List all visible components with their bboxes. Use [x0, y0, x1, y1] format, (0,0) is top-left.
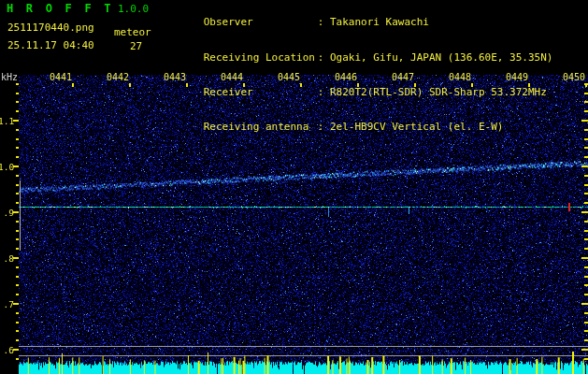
info-value: 2el-HB9CV Vertical (el. E-W) [330, 121, 503, 133]
freq-tick-label: .7 [0, 299, 14, 309]
time-tick-label: 0447 [390, 72, 414, 82]
info-value: Ogaki, Gifu, JAPAN (136.60E, 35.35N) [330, 51, 552, 64]
time-tick-label: 0445 [276, 72, 300, 82]
freq-tick-label: 1.0 [0, 162, 14, 172]
time-tick-label: 0449 [504, 72, 528, 82]
info-colon: : [318, 86, 330, 98]
time-tick-label: 0448 [447, 72, 471, 82]
datetime-label: 25.11.17 04:40 [7, 39, 94, 51]
hrofft-screen: H R O F F T 1.0.0 2511170440.png meteor … [0, 0, 588, 374]
info-row-antenna: Receiving antenna: 2el-HB9CV Vertical (e… [166, 110, 552, 145]
time-tick-label: 0444 [219, 72, 243, 82]
info-colon: : [318, 16, 330, 28]
time-tick-label: 0442 [105, 72, 129, 82]
info-label: Receiving Location [204, 52, 318, 64]
info-label: Receiving antenna [204, 122, 318, 133]
info-label: Receiver [204, 87, 318, 98]
app-title: H R O F F T [7, 2, 114, 15]
info-row-location: Receiving Location: Ogaki, Gifu, JAPAN (… [166, 40, 552, 75]
info-value: Takanori Kawachi [330, 16, 429, 28]
freq-tick-label: .8 [0, 253, 14, 264]
time-tick-label: 0443 [162, 72, 186, 82]
app-version: 1.0.0 [118, 3, 149, 15]
mode-label: meteor [114, 26, 151, 38]
freq-tick-label: .6 [0, 345, 14, 355]
info-colon: : [318, 51, 330, 64]
output-filename: 2511170440.png [7, 22, 94, 34]
time-tick-label: 0450 [561, 72, 585, 82]
freq-tick-label: .9 [0, 208, 14, 218]
info-row-observer: Observer: Takanori Kawachi [166, 6, 552, 40]
freq-unit-label: kHz [1, 72, 18, 82]
meteor-count: 27 [130, 40, 142, 52]
info-label: Observer [204, 17, 318, 28]
info-colon: : [318, 121, 330, 133]
time-tick-label: 0446 [333, 72, 357, 82]
info-value: R820T2(RTL-SDR) SDR-Sharp 53.372MHz [330, 86, 547, 98]
time-tick-label: 0441 [48, 72, 72, 82]
freq-tick-label: 1.1 [0, 116, 14, 126]
